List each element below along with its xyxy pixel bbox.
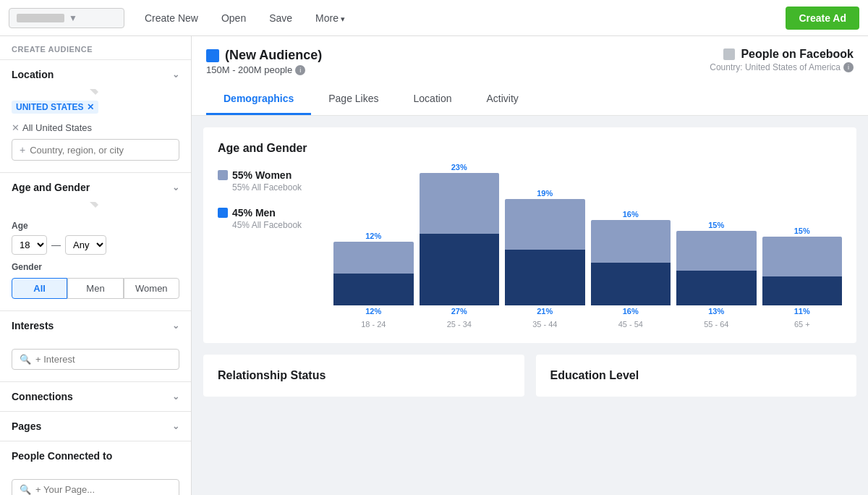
audience-top: (New Audience) 150M - 200M people i Peop… [206,48,854,75]
pages-section-label: Pages [12,420,41,432]
location-section-header[interactable]: Location ⌄ [0,60,191,89]
content-body: Age and Gender 55% Women 55% All Faceboo… [192,116,868,408]
your-page-input[interactable] [35,484,171,495]
info-icon[interactable]: i [843,62,854,72]
pof-subtitle-text: Country: United States of America [710,62,841,72]
remove-location-icon[interactable]: ✕ [87,102,94,112]
search-icon: 🔍 [20,354,31,365]
age-group-label: 65 + [794,320,810,329]
audience-dropdown[interactable]: ▼ [9,8,124,28]
connections-section-header[interactable]: Connections ⌄ [0,382,191,411]
audience-title-row: (New Audience) [206,48,322,63]
legend-women-label: 55% Women [218,169,319,181]
audience-size-text: 150M - 200M people [206,64,292,75]
chart-container: 55% Women 55% All Facebook 45% Men 45% A… [218,169,842,329]
legend-men-label: 45% Men [218,207,319,219]
interest-input[interactable] [35,354,171,365]
pof-section: People on Facebook Country: United State… [710,48,854,72]
tab-page-likes[interactable]: Page Likes [311,84,396,115]
gender-women-button[interactable]: Women [124,278,179,299]
men-bar [333,274,414,305]
bars-wrapper: 12% 12% 18 - 24 23% 27% 25 - 34 19% 21% … [333,169,842,329]
gender-all-button[interactable]: All [12,278,67,299]
pages-section-header[interactable]: Pages ⌄ [0,412,191,441]
education-level-card: Education Level [536,355,857,397]
age-group-label: 45 - 54 [618,320,643,329]
tab-activity[interactable]: Activity [469,84,535,115]
gender-men-button[interactable]: Men [67,278,123,299]
people-connected-section-header[interactable]: People Connected to [0,441,191,470]
chevron-down-icon: ⌄ [172,182,179,192]
chevron-down-icon: ⌄ [172,321,179,331]
info-icon[interactable]: i [295,65,305,75]
sidebar-section-people-connected: People Connected to 🔍 [0,441,191,495]
save-button[interactable]: Save [258,7,304,30]
bottom-sections: Relationship Status Education Level [203,355,856,397]
sidebar-title: CREATE AUDIENCE [0,36,191,59]
bar-chart: 12% 12% 18 - 24 23% 27% 25 - 34 19% 21% … [333,169,842,329]
women-bar-label: 19% [537,189,553,198]
create-new-button[interactable]: Create New [133,7,210,30]
pof-title-text: People on Facebook [741,48,854,61]
location-input[interactable] [30,145,171,156]
age-group-label: 35 - 44 [532,320,557,329]
sidebar: CREATE AUDIENCE Location ⌄ UNITED STATES… [0,36,192,495]
location-input-wrapper[interactable]: + [12,139,179,161]
men-bar [762,276,843,305]
audience-size-row: 150M - 200M people i [206,64,322,75]
more-button[interactable]: More [304,7,357,30]
location-section-label: Location [12,69,54,80]
women-bar [762,237,843,276]
women-pct-text: 55% Women [232,169,292,181]
sidebar-section-connections: Connections ⌄ [0,381,191,411]
bar-group: 23% 27% 25 - 34 [420,169,500,329]
bar-group: 12% 12% 18 - 24 [333,169,414,329]
chart-legend: 55% Women 55% All Facebook 45% Men 45% A… [218,169,319,329]
interest-input-wrapper[interactable]: 🔍 [12,349,179,370]
women-bar-label: 15% [708,221,724,229]
chevron-down-icon: ⌄ [172,392,179,402]
men-bar-label: 16% [623,307,639,316]
legend-women: 55% Women 55% All Facebook [218,169,319,192]
women-bar [591,220,671,263]
location-section-content: UNITED STATES ✕ ✕ All United States + [0,95,191,172]
tab-demographics[interactable]: Demographics [206,84,311,115]
sidebar-section-location: Location ⌄ UNITED STATES ✕ ✕ All United … [0,59,191,172]
age-gender-chart-section: Age and Gender 55% Women 55% All Faceboo… [203,127,856,343]
men-bar [505,250,585,305]
men-color-dot [218,208,228,218]
open-button[interactable]: Open [210,7,258,30]
men-pct-text: 45% Men [232,207,276,219]
bar-group: 15% 13% 55 - 64 [676,169,757,329]
legend-men: 45% Men 45% All Facebook [218,207,319,230]
people-connected-content: 🔍 [0,470,191,495]
toolbar: ▼ Create New Open Save More Create Ad [0,0,868,36]
women-bar-label: 12% [365,232,381,240]
men-bar-label: 21% [537,307,553,316]
audience-info: (New Audience) 150M - 200M people i [206,48,322,75]
women-sub-text: 55% All Facebook [232,182,319,192]
chevron-down-icon: ⌄ [172,69,179,80]
plus-icon: + [20,144,25,156]
interests-section-header[interactable]: Interests ⌄ [0,311,191,340]
tab-location[interactable]: Location [396,84,469,115]
women-bar-label: 16% [623,210,639,219]
age-gender-section-label: Age and Gender [12,182,90,193]
age-from-select[interactable]: 182125 [12,235,47,255]
men-bar-label: 11% [794,307,810,316]
age-to-select[interactable]: Any2434 [65,235,106,255]
age-gender-section-header[interactable]: Age and Gender ⌄ [0,173,191,202]
your-page-input-wrapper[interactable]: 🔍 [12,479,179,495]
education-level-title: Education Level [550,369,843,382]
audience-dropdown-value [17,14,64,22]
bar-group: 16% 16% 45 - 54 [591,169,671,329]
search-icon: 🔍 [20,484,31,495]
create-ad-button[interactable]: Create Ad [786,7,859,30]
remove-sublocation-icon[interactable]: ✕ [12,122,20,133]
chevron-down-icon: ▼ [69,13,116,23]
bar-group: 15% 11% 65 + [762,169,843,329]
men-bar-label: 12% [365,307,381,316]
age-row: 182125 — Any2434 [12,235,179,255]
connections-section-label: Connections [12,391,73,402]
pof-title-row: People on Facebook [710,48,854,61]
